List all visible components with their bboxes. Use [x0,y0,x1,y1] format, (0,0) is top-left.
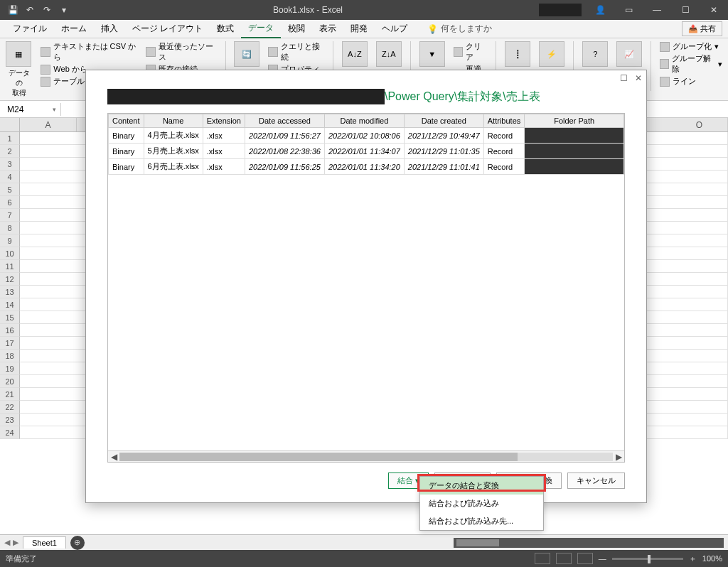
tab-dev[interactable]: 開発 [343,20,375,38]
scroll-left-icon[interactable]: ◀ [108,452,119,462]
row-header[interactable]: 19 [0,362,20,375]
text-to-columns-icon[interactable]: ┋ [505,41,530,67]
sheet-tab-1[interactable]: Sheet1 [23,536,66,549]
row-header[interactable]: 20 [0,375,20,388]
sheet-nav-prev[interactable]: ◀ [4,538,10,547]
sort-custom-icon[interactable]: Z↓A [376,41,402,67]
sheet-nav-next[interactable]: ▶ [13,538,18,547]
row-header[interactable]: 2 [0,145,20,158]
refresh-all-icon[interactable]: 🔄 [234,41,259,67]
flash-fill-icon[interactable]: ⚡ [539,41,564,67]
title-bar: 💾 ↶ ↷ ▾ Book1.xlsx - Excel 👤 ▭ — ☐ ✕ [0,0,728,20]
table-header[interactable]: Content [109,114,144,128]
row-header[interactable]: 13 [0,286,20,298]
from-text-csv[interactable]: テキストまたは CSV から [41,41,137,63]
table-header[interactable]: Attributes [483,114,524,128]
view-normal-icon[interactable] [535,553,550,564]
cancel-button[interactable]: キャンセル [567,472,625,489]
row-header[interactable]: 9 [0,234,20,247]
get-data-icon[interactable]: ▦ [6,41,31,67]
what-if-icon[interactable]: ? [582,41,608,67]
tab-data[interactable]: データ [241,19,281,38]
col-header-o[interactable]: O [671,118,728,131]
table-row[interactable]: Binary5月売上表.xlsx.xlsx2022/01/08 22:38:36… [109,144,624,159]
new-sheet-button[interactable]: ⊕ [70,536,85,550]
name-box[interactable]: M24▾ [3,103,61,116]
dialog-close-icon[interactable]: ✕ [635,73,642,83]
row-header[interactable]: 15 [0,311,20,324]
table-row[interactable]: Binary6月売上表.xlsx.xlsx2022/01/09 11:56:25… [109,159,624,175]
view-break-icon[interactable] [577,553,593,564]
tab-formula[interactable]: 数式 [210,20,241,38]
table-header[interactable]: Name [144,114,203,128]
queries-connections[interactable]: クエリと接続 [268,41,323,63]
close-icon[interactable]: ✕ [700,0,728,20]
save-icon[interactable]: 💾 [6,5,20,15]
forecast-icon[interactable]: 📈 [616,41,642,67]
quick-access-toolbar: 💾 ↶ ↷ ▾ [0,5,77,15]
share-button[interactable]: 📤 共有 [682,21,722,36]
redacted-folder-path [525,128,624,144]
row-header[interactable]: 21 [0,388,20,401]
tab-insert[interactable]: 挿入 [94,20,125,38]
tab-help[interactable]: ヘルプ [375,20,414,38]
menu-combine-load[interactable]: 結合および読み込み [420,495,543,512]
row-header[interactable]: 10 [0,247,20,260]
tell-me[interactable]: 💡 何をしますか [427,23,492,35]
col-header-a[interactable]: A [20,118,77,131]
row-header[interactable]: 1 [0,132,20,145]
table-header[interactable]: Date created [404,114,483,128]
clear-filter[interactable]: クリア [454,41,488,63]
tab-view[interactable]: 表示 [312,20,343,38]
maximize-icon[interactable]: ☐ [671,0,700,20]
account-icon[interactable]: 👤 [586,0,614,20]
recent-sources[interactable]: 最近使ったソース [146,41,216,63]
tab-home[interactable]: ホーム [54,20,94,38]
zoom-in-icon[interactable]: ＋ [689,554,697,564]
zoom-out-icon[interactable]: — [599,554,606,563]
dialog-maximize-icon[interactable]: ☐ [620,73,628,83]
qat-dropdown-icon[interactable]: ▾ [57,5,71,15]
row-header[interactable]: 6 [0,196,20,209]
table-header[interactable]: Folder Path [525,114,624,128]
tab-review[interactable]: 校閲 [281,20,312,38]
row-header[interactable]: 11 [0,260,20,273]
row-header[interactable]: 17 [0,337,20,350]
select-all-corner[interactable] [0,118,20,131]
dialog-horizontal-scrollbar[interactable]: ◀ ▶ [108,450,624,462]
ribbon-display-icon[interactable]: ▭ [614,0,643,20]
horizontal-scrollbar[interactable] [454,538,724,548]
tab-file[interactable]: ファイル [6,20,54,38]
table-header[interactable]: Date accessed [245,114,324,128]
row-header[interactable]: 7 [0,209,20,222]
undo-icon[interactable]: ↶ [23,5,37,15]
menu-combine-load-to[interactable]: 結合および読み込み先... [420,512,543,530]
group-rows[interactable]: グループ化 ▾ [660,41,722,52]
row-header[interactable]: 3 [0,158,20,171]
subtotal[interactable]: ライン [660,76,722,87]
minimize-icon[interactable]: — [643,0,671,20]
row-header[interactable]: 14 [0,298,20,311]
row-header[interactable]: 16 [0,324,20,337]
ungroup-rows[interactable]: グループ解除 ▾ [660,53,722,75]
zoom-slider[interactable] [612,558,683,560]
row-header[interactable]: 23 [0,414,20,426]
table-row[interactable]: Binary4月売上表.xlsx.xlsx2022/01/09 11:56:27… [109,128,624,144]
table-header[interactable]: Extension [203,114,245,128]
row-header[interactable]: 4 [0,171,20,183]
filter-icon[interactable]: ▼ [419,41,445,67]
view-layout-icon[interactable] [556,553,572,564]
scroll-right-icon[interactable]: ▶ [613,452,624,462]
menu-combine-transform[interactable]: データの結合と変換 [420,477,543,495]
row-header[interactable]: 8 [0,222,20,234]
redo-icon[interactable]: ↷ [40,5,54,15]
sort-asc-icon[interactable]: A↓Z [342,41,368,67]
row-header[interactable]: 12 [0,273,20,286]
table-header[interactable]: Date modified [324,114,404,128]
row-header[interactable]: 24 [0,426,20,439]
row-header[interactable]: 22 [0,401,20,414]
tab-layout[interactable]: ページ レイアウト [125,20,210,38]
row-header[interactable]: 5 [0,183,20,196]
table-cell: 6月売上表.xlsx [144,159,203,175]
row-header[interactable]: 18 [0,350,20,362]
